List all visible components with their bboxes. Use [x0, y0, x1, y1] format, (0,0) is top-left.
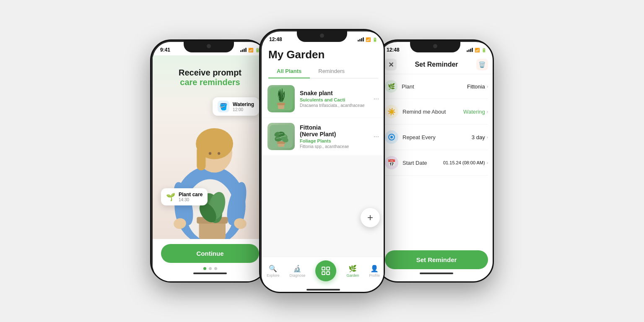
- plant-care-time: 14:30: [179, 197, 203, 202]
- phones-container: 9:41 📶 🔋: [150, 12, 494, 310]
- svg-rect-32: [322, 272, 325, 275]
- phone-onboarding: 9:41 📶 🔋: [150, 39, 267, 283]
- phone-garden: 12:48 📶 🔋 My Garden: [259, 29, 385, 293]
- plant-item-snake[interactable]: Snake plant Suiculents and Cacti Dracaen…: [262, 80, 385, 117]
- garden-header: My Garden All Plants Reminders: [262, 45, 385, 80]
- status-time-reminder: 12:48: [387, 47, 400, 53]
- delete-button[interactable]: 🗑️: [476, 59, 488, 70]
- fittonia-thumbnail: [267, 123, 295, 150]
- svg-point-35: [390, 136, 393, 138]
- date-row-icon: 📅: [385, 156, 398, 169]
- scan-button[interactable]: [315, 260, 336, 281]
- status-bar-reminder: 12:48 📶 🔋: [379, 42, 494, 55]
- plant-list: Snake plant Suiculents and Cacti Dracaen…: [262, 80, 385, 257]
- tab-all-plants[interactable]: All Plants: [268, 65, 310, 78]
- diagnose-icon: 🔬: [293, 265, 301, 273]
- watering-badge-label: Watering: [233, 101, 254, 107]
- status-icons: 📶 🔋: [240, 48, 260, 52]
- signal-icon-reminder: [467, 48, 473, 52]
- dot-1: [203, 267, 206, 270]
- onboarding-bottom: Continue: [153, 239, 267, 283]
- svg-rect-30: [322, 267, 325, 270]
- plant-row-value: Fittonia ›: [467, 83, 488, 90]
- remind-row-value: Watering ›: [463, 109, 488, 115]
- close-button[interactable]: ✕: [385, 59, 397, 70]
- watering-badge-icon: 🪣: [218, 101, 229, 112]
- add-plant-fab[interactable]: +: [361, 208, 380, 227]
- battery-icon-reminder: 🔋: [481, 48, 486, 52]
- home-indicator-reminder: [420, 273, 453, 274]
- reminder-row-date[interactable]: 📅 Start Date 01.15.24 (08:00 AM) ›: [385, 150, 488, 176]
- nav-diagnose-label: Diagnose: [289, 273, 305, 278]
- repeat-chevron-icon: ›: [487, 135, 488, 140]
- snake-plant-more-button[interactable]: ···: [374, 95, 379, 103]
- snake-plant-thumbnail: [267, 85, 295, 112]
- onboarding-hero: Receive prompt care reminders 🪣 Watering…: [153, 55, 267, 239]
- home-indicator: [193, 273, 227, 274]
- plant-care-badge: 🌱 Plant care 14:30: [161, 188, 208, 205]
- svg-point-5: [209, 152, 211, 154]
- nav-scan[interactable]: [315, 260, 336, 281]
- fittonia-scientific: Fittonia spp., acanthaceae: [300, 144, 369, 149]
- plant-item-fittonia[interactable]: Fittonia (Nerve Plant) Foliage Plants Fi…: [262, 118, 385, 155]
- nav-profile-label: Profile: [369, 273, 380, 278]
- fittonia-category: Foliage Plants: [300, 138, 369, 143]
- title-line2: care reminders: [161, 78, 259, 87]
- trash-icon: 🗑️: [478, 61, 486, 68]
- plant-care-icon: 🌱: [166, 192, 175, 202]
- spacer: [379, 176, 494, 245]
- fittonia-more-button[interactable]: ···: [374, 133, 379, 140]
- plant-care-label: Plant care: [179, 192, 203, 197]
- repeat-row-label: Repeat Every: [402, 134, 472, 140]
- plant-row-label: Plant: [402, 83, 467, 90]
- reminder-title: Set Reminder: [415, 61, 458, 68]
- set-reminder-button[interactable]: Set Reminder: [385, 250, 488, 269]
- repeat-row-value: 3 day ›: [472, 134, 488, 140]
- reminder-row-repeat[interactable]: Repeat Every 3 day ›: [385, 125, 488, 150]
- battery-icon-garden: 🔋: [372, 37, 377, 42]
- fittonia-info: Fittonia (Nerve Plant) Foliage Plants Fi…: [300, 124, 369, 149]
- explore-icon: 🔍: [269, 265, 277, 273]
- nav-garden[interactable]: 🌿 Garden: [346, 265, 359, 278]
- continue-button[interactable]: Continue: [161, 244, 259, 263]
- tab-reminders[interactable]: Reminders: [310, 65, 353, 78]
- pagination-dots: [161, 267, 259, 270]
- onboarding-title: Receive prompt care reminders: [153, 68, 267, 87]
- watering-badge: 🪣 Watering 12:00: [213, 97, 259, 116]
- reminder-row-plant[interactable]: 🌿 Plant Fittonia ›: [385, 74, 488, 99]
- status-time: 9:41: [160, 47, 170, 53]
- status-time-garden: 12:48: [269, 36, 282, 42]
- plant-row-icon: 🌿: [385, 80, 397, 93]
- hero-person: [157, 101, 263, 239]
- reminder-header: ✕ Set Reminder 🗑️: [379, 55, 494, 74]
- profile-icon: 👤: [370, 265, 379, 273]
- dot-2: [209, 267, 212, 270]
- svg-rect-33: [327, 272, 330, 275]
- nav-explore-label: Explore: [267, 273, 280, 278]
- reminder-rows: 🌿 Plant Fittonia › ☀️ Remind me Ab: [379, 74, 494, 176]
- garden-nav-icon: 🌿: [348, 265, 357, 273]
- reminder-row-remind[interactable]: ☀️ Remind me About Watering ›: [385, 99, 488, 125]
- status-icons-reminder: 📶 🔋: [467, 48, 486, 52]
- nav-profile[interactable]: 👤 Profile: [369, 265, 380, 278]
- screen-garden: 12:48 📶 🔋 My Garden: [262, 31, 385, 293]
- date-row-label: Start Date: [402, 160, 443, 166]
- remind-row-label: Remind me About: [402, 109, 463, 115]
- nav-explore[interactable]: 🔍 Explore: [267, 265, 280, 278]
- watering-badge-time: 12:00: [233, 107, 254, 112]
- status-icons-garden: 📶 🔋: [358, 37, 377, 42]
- snake-plant-category: Suiculents and Cacti: [300, 97, 369, 102]
- repeat-row-icon: [385, 130, 398, 144]
- watering-badge-info: Watering 12:00: [233, 101, 254, 112]
- fittonia-name: Fittonia (Nerve Plant): [300, 124, 369, 138]
- plant-chevron-icon: ›: [487, 84, 488, 89]
- wifi-icon-garden: 📶: [366, 37, 371, 42]
- remind-row-icon: ☀️: [385, 105, 398, 118]
- nav-diagnose[interactable]: 🔬 Diagnose: [289, 265, 305, 278]
- onboarding-screen: 9:41 📶 🔋: [153, 42, 267, 283]
- date-row-value: 01.15.24 (08:00 AM) ›: [443, 160, 488, 165]
- remind-chevron-icon: ›: [487, 109, 488, 114]
- nav-garden-label: Garden: [346, 273, 359, 278]
- wifi-icon-reminder: 📶: [475, 48, 480, 52]
- svg-rect-31: [327, 267, 330, 270]
